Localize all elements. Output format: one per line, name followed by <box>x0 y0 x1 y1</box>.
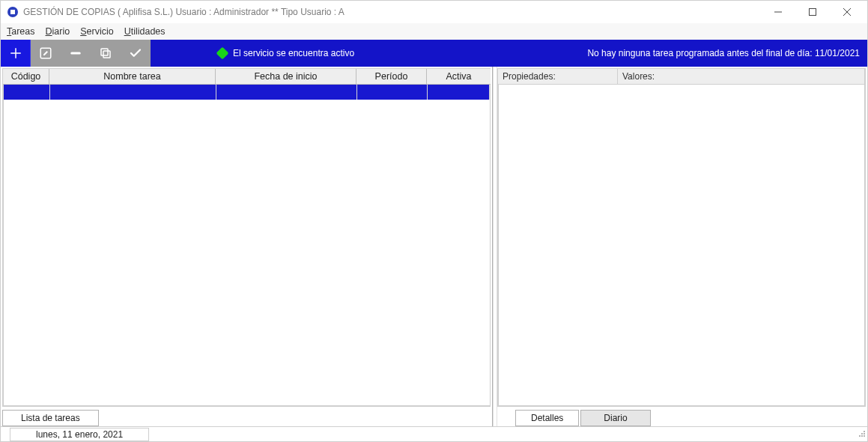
resize-grip-icon[interactable] <box>855 429 867 440</box>
copy-button[interactable] <box>91 40 121 67</box>
service-status: El servicio se encuentra activo <box>151 48 587 58</box>
svg-point-11 <box>861 435 863 437</box>
maximize-button[interactable] <box>795 1 830 23</box>
menu-servicio[interactable]: Servicio <box>80 26 113 37</box>
svg-rect-3 <box>810 9 816 16</box>
svg-rect-7 <box>70 52 81 55</box>
close-button[interactable] <box>830 1 864 23</box>
confirm-button[interactable] <box>121 40 151 67</box>
col-activa[interactable]: Activa <box>427 69 491 84</box>
content-area: Código Nombre tarea Fecha de inicio Perí… <box>1 67 867 426</box>
left-tabs: Lista de tareas <box>1 408 492 426</box>
minimize-button[interactable] <box>761 1 795 23</box>
svg-point-14 <box>861 433 863 435</box>
service-status-text: El servicio se encuentra activo <box>233 48 354 58</box>
statusbar: lunes, 11 enero, 2021 <box>1 426 867 441</box>
app-icon <box>7 6 19 18</box>
left-pane: Código Nombre tarea Fecha de inicio Perí… <box>1 67 493 426</box>
details-grid[interactable]: Propiedades: Valores: <box>497 68 866 407</box>
col-fecha[interactable]: Fecha de inicio <box>216 69 356 84</box>
toolbar: El servicio se encuentra activo No hay n… <box>1 40 867 67</box>
window-controls <box>761 1 864 23</box>
menu-diario[interactable]: Diario <box>46 26 70 37</box>
status-date: lunes, 11 enero, 2021 <box>10 428 149 441</box>
right-tabs: Detalles Diario <box>497 408 867 426</box>
tasks-grid-header: Código Nombre tarea Fecha de inicio Perí… <box>3 69 491 85</box>
svg-rect-1 <box>10 10 15 14</box>
remove-button[interactable] <box>61 40 91 67</box>
col-nombre[interactable]: Nombre tarea <box>49 69 216 84</box>
titlebar: GESTIÓN DE COPIAS ( Aplifisa S.L.) Usuar… <box>1 1 867 23</box>
details-grid-header: Propiedades: Valores: <box>498 69 865 85</box>
col-codigo[interactable]: Código <box>3 69 49 84</box>
edit-button[interactable] <box>31 40 61 67</box>
table-row[interactable] <box>4 85 490 100</box>
menubar: Tareas Diario Servicio Utilidades <box>1 23 867 40</box>
menu-utilidades[interactable]: Utilidades <box>124 26 166 37</box>
svg-point-15 <box>864 431 865 432</box>
details-grid-body[interactable] <box>498 85 865 406</box>
svg-point-12 <box>864 433 865 435</box>
tab-detalles[interactable]: Detalles <box>515 410 579 426</box>
schedule-status-text: No hay ninguna tarea programada antes de… <box>587 48 867 58</box>
status-active-icon <box>216 47 229 60</box>
svg-rect-8 <box>101 49 108 55</box>
tasks-grid-body[interactable] <box>3 85 491 406</box>
svg-point-10 <box>864 435 865 437</box>
right-pane: Propiedades: Valores: Detalles Diario <box>497 67 867 426</box>
add-button[interactable] <box>1 40 31 67</box>
window-title: GESTIÓN DE COPIAS ( Aplifisa S.L.) Usuar… <box>23 7 345 17</box>
tasks-grid[interactable]: Código Nombre tarea Fecha de inicio Perí… <box>2 68 491 407</box>
svg-rect-9 <box>103 51 110 58</box>
disabled-tool-group <box>31 40 151 67</box>
col-periodo[interactable]: Período <box>356 69 427 84</box>
menu-tareas[interactable]: Tareas <box>7 26 35 37</box>
tab-diario[interactable]: Diario <box>580 410 650 426</box>
col-propiedades[interactable]: Propiedades: <box>498 69 618 84</box>
col-valores[interactable]: Valores: <box>618 69 865 84</box>
tab-lista-tareas[interactable]: Lista de tareas <box>2 410 99 426</box>
svg-point-13 <box>859 435 861 437</box>
